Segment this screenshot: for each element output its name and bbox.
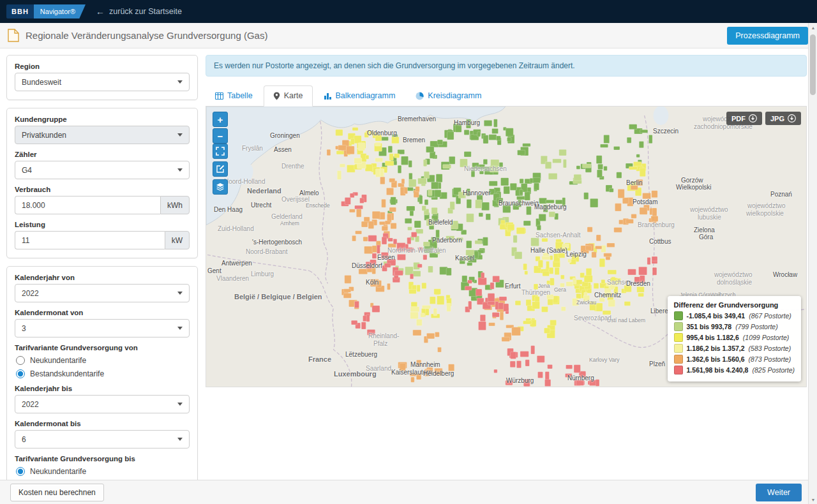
map-region-cell[interactable]: [472, 163, 479, 169]
map-region-cell[interactable]: [464, 130, 469, 135]
map-region-cell[interactable]: [410, 373, 416, 376]
map-region-cell[interactable]: [604, 293, 612, 297]
map-region-cell[interactable]: [489, 135, 497, 140]
map-region-cell[interactable]: [475, 241, 482, 244]
map-region-cell[interactable]: [466, 250, 474, 256]
map-region-cell[interactable]: [351, 320, 357, 325]
map-region-cell[interactable]: [622, 198, 629, 204]
map-region-cell[interactable]: [615, 204, 621, 211]
map-region-cell[interactable]: [563, 159, 566, 168]
kundengruppe-select[interactable]: Privatkunden: [15, 126, 190, 144]
map-region-cell[interactable]: [375, 135, 382, 141]
map-region-cell[interactable]: [372, 306, 380, 313]
map-region-cell[interactable]: [614, 227, 622, 232]
map-region-cell[interactable]: [430, 297, 435, 304]
map-region-cell[interactable]: [516, 361, 521, 368]
map-region-cell[interactable]: [596, 235, 601, 241]
map-region-cell[interactable]: [512, 327, 521, 336]
map-region-cell[interactable]: [492, 128, 498, 133]
map-region-cell[interactable]: [435, 332, 439, 337]
map-region-cell[interactable]: [544, 380, 550, 387]
map-region-cell[interactable]: [436, 174, 442, 182]
map-region-cell[interactable]: [416, 186, 419, 191]
map-region-cell[interactable]: [411, 377, 415, 382]
map-region-cell[interactable]: [539, 214, 546, 221]
map-region-cell[interactable]: [389, 207, 396, 212]
map-region-cell[interactable]: [546, 262, 549, 270]
map-region-cell[interactable]: [484, 121, 492, 126]
map-region-cell[interactable]: [584, 276, 592, 283]
map-region-cell[interactable]: [476, 200, 482, 208]
map-region-cell[interactable]: [499, 297, 507, 300]
map-region-cell[interactable]: [584, 193, 588, 200]
map-region-cell[interactable]: [543, 253, 549, 256]
map-region-cell[interactable]: [422, 305, 430, 309]
map-region-cell[interactable]: [367, 329, 375, 335]
map-region-cell[interactable]: [372, 253, 377, 258]
vertical-scrollbar[interactable]: ▲ ▼: [808, 23, 817, 504]
map-region-cell[interactable]: [456, 237, 463, 241]
map-region-cell[interactable]: [471, 170, 475, 177]
map-region-cell[interactable]: [422, 206, 426, 211]
map-region-cell[interactable]: [426, 219, 434, 226]
map-region-cell[interactable]: [546, 200, 554, 203]
map-region-cell[interactable]: [447, 303, 451, 311]
map-region-cell[interactable]: [365, 164, 372, 171]
map-region-cell[interactable]: [566, 365, 573, 369]
map-region-cell[interactable]: [460, 159, 467, 167]
map-region-cell[interactable]: [518, 150, 525, 155]
map-region-cell[interactable]: [558, 253, 565, 258]
map-region-cell[interactable]: [561, 307, 566, 311]
map-region-cell[interactable]: [532, 302, 540, 309]
map-region-cell[interactable]: [467, 214, 474, 222]
map-region-cell[interactable]: [631, 185, 638, 189]
map-region-cell[interactable]: [407, 188, 414, 191]
zaehler-select[interactable]: G4: [15, 161, 190, 179]
map-region-cell[interactable]: [501, 178, 509, 186]
map-region-cell[interactable]: [531, 346, 535, 354]
map-region-cell[interactable]: [618, 189, 624, 198]
map-region-cell[interactable]: [560, 283, 564, 287]
map-region-cell[interactable]: [633, 162, 641, 167]
map-region-cell[interactable]: [534, 284, 538, 290]
map-region-cell[interactable]: [434, 289, 441, 295]
map-region-cell[interactable]: [604, 253, 611, 257]
map-region-cell[interactable]: [624, 285, 632, 292]
map-region-cell[interactable]: [537, 372, 543, 378]
map-region-cell[interactable]: [553, 159, 562, 163]
radio-bestandskundentarife-von[interactable]: Bestandskundentarife: [16, 369, 190, 378]
map-region-cell[interactable]: [481, 272, 484, 278]
map-region-cell[interactable]: [387, 283, 390, 290]
map-region-cell[interactable]: [413, 330, 421, 336]
map-region-cell[interactable]: [497, 136, 501, 140]
map-region-cell[interactable]: [550, 278, 554, 286]
map-region-cell[interactable]: [652, 208, 657, 216]
map-region-cell[interactable]: [648, 135, 652, 143]
map-region-cell[interactable]: [597, 170, 602, 177]
map-panel[interactable]: GroningenFryslânAssenDrentheNoord-Hollan…: [206, 107, 807, 387]
map-region-cell[interactable]: [416, 374, 421, 380]
map-region-cell[interactable]: [410, 312, 419, 319]
map-region-cell[interactable]: [596, 380, 599, 387]
radio-neukundentarife-bis[interactable]: Neukundentarife: [16, 467, 190, 476]
kalenderjahr-von-select[interactable]: 2022: [15, 284, 190, 302]
map-region-cell[interactable]: [580, 272, 585, 278]
map-region-cell[interactable]: [531, 238, 539, 246]
map-region-cell[interactable]: [389, 179, 395, 182]
map-region-cell[interactable]: [516, 228, 525, 234]
map-region-cell[interactable]: [598, 164, 603, 169]
map-region-cell[interactable]: [587, 227, 592, 232]
map-region-cell[interactable]: [417, 264, 422, 268]
map-region-cell[interactable]: [523, 144, 531, 147]
map-region-cell[interactable]: [607, 243, 615, 247]
map-region-cell[interactable]: [465, 286, 472, 290]
tab-balkendiagramm[interactable]: Balkendiagramm: [314, 85, 405, 107]
map-region-cell[interactable]: [483, 135, 488, 144]
map-region-cell[interactable]: [576, 293, 581, 299]
map-region-cell[interactable]: [636, 154, 640, 158]
map-region-cell[interactable]: [585, 246, 591, 250]
map-region-cell[interactable]: [601, 279, 605, 283]
map-region-cell[interactable]: [368, 221, 374, 229]
map-region-cell[interactable]: [381, 252, 388, 258]
layers-button[interactable]: [213, 179, 228, 195]
